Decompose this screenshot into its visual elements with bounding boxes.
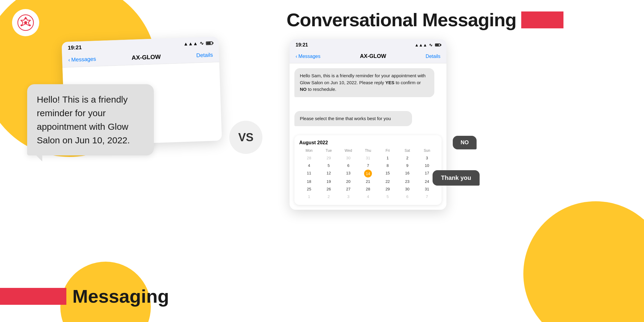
left-section-label: Messaging xyxy=(0,285,169,307)
right-chat-area: Hello Sam, this is a friendly reminder f… xyxy=(290,63,446,210)
bg-decoration-bottom-right xyxy=(523,201,644,322)
left-phone-time: 19:21 xyxy=(68,44,82,51)
cal-day[interactable]: 6 xyxy=(338,162,358,169)
calendar-weekdays: Mon Tue Wed Thu Fri Sat Sun xyxy=(299,148,437,153)
no-sent-bubble: NO xyxy=(453,136,477,149)
left-nav-details: Details xyxy=(196,52,213,59)
left-phone-status-icons: ▲▲▲ ∿ xyxy=(183,40,213,47)
cal-day[interactable]: 23 xyxy=(398,178,417,185)
right-nav-back[interactable]: ‹ Messages xyxy=(296,54,320,59)
right-nav-title: AX-GLOW xyxy=(360,53,386,59)
cal-day[interactable]: 18 xyxy=(299,178,319,185)
right-battery-icon xyxy=(435,43,440,46)
received-message-2: Please select the time that works best f… xyxy=(294,111,412,126)
left-label-accent-bar xyxy=(0,288,66,305)
cal-day[interactable]: 29 xyxy=(378,186,398,193)
svg-point-4 xyxy=(21,24,22,26)
cal-day[interactable]: 9 xyxy=(398,162,417,169)
cal-day[interactable]: 5 xyxy=(378,193,398,200)
cal-day[interactable]: 4 xyxy=(299,162,319,169)
cal-day[interactable]: 12 xyxy=(319,170,338,177)
cal-day[interactable]: 16 xyxy=(398,170,417,177)
cal-day[interactable]: 25 xyxy=(299,186,319,193)
chevron-left-icon: ‹ xyxy=(68,57,70,63)
cal-day[interactable]: 13 xyxy=(338,170,358,177)
right-wifi-icon: ∿ xyxy=(429,43,433,47)
cal-day[interactable]: 29 xyxy=(319,155,338,161)
cal-day[interactable]: 10 xyxy=(417,162,437,169)
cal-day[interactable]: 7 xyxy=(358,162,378,169)
left-label-text: Messaging xyxy=(72,285,169,307)
right-title-text: Conversational Messaging xyxy=(287,9,516,30)
cal-day[interactable]: 21 xyxy=(358,178,378,185)
thank-you-bubble: Thank you xyxy=(433,170,480,186)
right-phone-mockup: 19:21 ▲▲▲ ∿ ‹ Messages AX-GLOW Details H… xyxy=(290,39,446,210)
cal-day[interactable]: 7 xyxy=(417,193,437,200)
right-phone-time: 19:21 xyxy=(296,42,308,48)
left-message-bubble: Hello! This is a friendly reminder for y… xyxy=(27,84,154,155)
cal-day[interactable]: 28 xyxy=(358,186,378,193)
cal-day[interactable]: 26 xyxy=(319,186,338,193)
received-message-1: Hello Sam, this is a friendly reminder f… xyxy=(294,68,434,97)
left-nav-back[interactable]: ‹ Messages xyxy=(68,56,96,63)
calendar-grid: 28 29 30 31 1 2 3 4 5 6 7 8 9 10 11 xyxy=(299,155,437,200)
cal-day[interactable]: 22 xyxy=(378,178,398,185)
cal-day[interactable]: 31 xyxy=(417,186,437,193)
svg-point-5 xyxy=(29,24,31,26)
cal-day[interactable]: 27 xyxy=(338,186,358,193)
signal-icon: ▲▲▲ xyxy=(183,41,198,47)
cal-day[interactable]: 15 xyxy=(378,170,398,177)
right-phone-status-bar: 19:21 ▲▲▲ ∿ xyxy=(290,39,446,51)
right-phone-status-icons: ▲▲▲ ∿ xyxy=(414,43,440,47)
vs-label: VS xyxy=(229,121,262,154)
right-section-title-area: Conversational Messaging xyxy=(287,9,563,30)
left-section: 19:21 ▲▲▲ ∿ ‹ Messages AX-GLOW Details H… xyxy=(45,39,220,143)
calendar-title: August 2022 xyxy=(299,140,437,145)
cal-day[interactable]: 6 xyxy=(398,193,417,200)
cal-day[interactable]: 28 xyxy=(299,155,319,161)
logo xyxy=(12,9,39,36)
cal-day[interactable]: 4 xyxy=(358,193,378,200)
cal-day[interactable]: 3 xyxy=(417,155,437,161)
cal-day[interactable]: 3 xyxy=(338,193,358,200)
cal-day[interactable]: 30 xyxy=(398,186,417,193)
right-section: 19:21 ▲▲▲ ∿ ‹ Messages AX-GLOW Details H… xyxy=(290,39,446,210)
cal-day[interactable]: 30 xyxy=(338,155,358,161)
calendar-widget: August 2022 Mon Tue Wed Thu Fri Sat Sun … xyxy=(294,135,442,205)
battery-icon xyxy=(206,41,212,45)
cal-day[interactable]: 1 xyxy=(378,155,398,161)
cal-day[interactable]: 2 xyxy=(398,155,417,161)
right-signal-icon: ▲▲▲ xyxy=(414,43,427,47)
left-nav-title: AX-GLOW xyxy=(132,53,161,61)
right-chevron-left-icon: ‹ xyxy=(296,54,297,59)
svg-point-3 xyxy=(25,18,27,19)
cal-day[interactable]: 11 xyxy=(299,170,319,177)
cal-day[interactable]: 20 xyxy=(338,178,358,185)
cal-day[interactable]: 31 xyxy=(358,155,378,161)
wifi-icon: ∿ xyxy=(199,40,204,46)
right-phone-nav: ‹ Messages AX-GLOW Details xyxy=(290,51,446,63)
left-phone-wrapper: 19:21 ▲▲▲ ∿ ‹ Messages AX-GLOW Details H… xyxy=(45,39,220,143)
cal-day-highlighted[interactable]: 14 xyxy=(364,170,372,177)
cal-day[interactable]: 1 xyxy=(299,193,319,200)
right-title-accent-bar xyxy=(521,11,563,28)
cal-day[interactable]: 8 xyxy=(378,162,398,169)
cal-day[interactable]: 19 xyxy=(319,178,338,185)
cal-day[interactable]: 2 xyxy=(319,193,338,200)
svg-point-2 xyxy=(24,21,27,24)
logo-icon xyxy=(17,14,34,31)
cal-day[interactable]: 5 xyxy=(319,162,338,169)
right-nav-details: Details xyxy=(426,54,440,59)
